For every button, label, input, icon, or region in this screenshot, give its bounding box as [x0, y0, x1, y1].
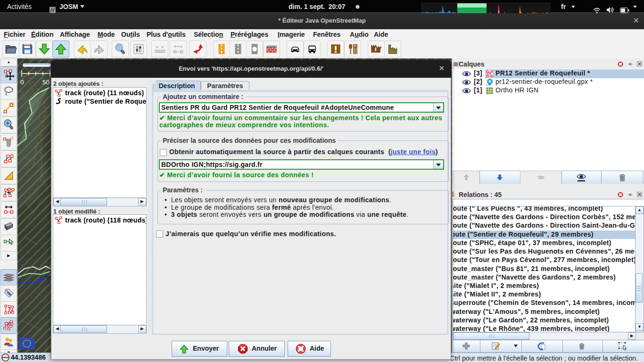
svg-text:0: 0	[20, 79, 24, 86]
svg-text:50: 50	[42, 79, 50, 86]
